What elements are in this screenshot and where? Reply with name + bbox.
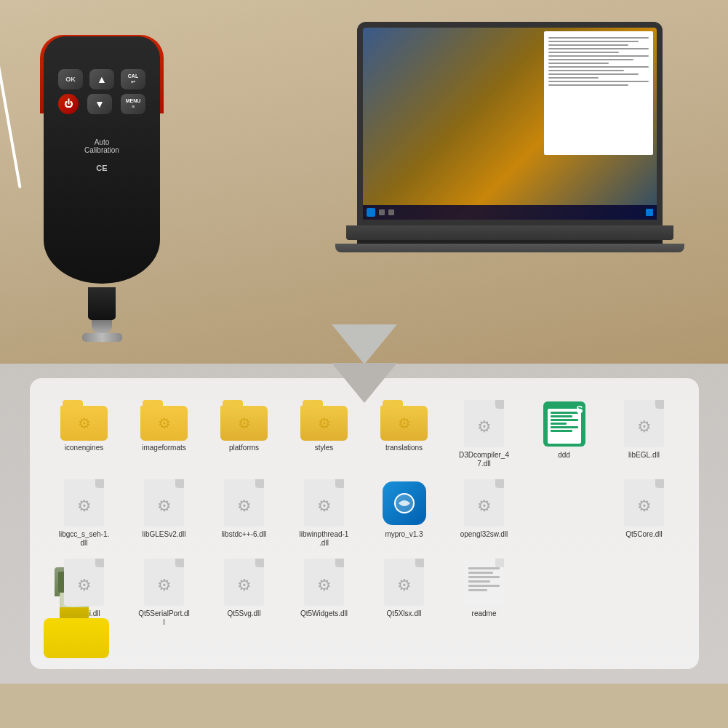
file-browser: ⚙ iconengines ⚙ imageformats ⚙ platforms [30,378,699,669]
folder-icon: ⚙ [220,400,268,440]
cal-button[interactable]: CAL↩ [121,69,145,89]
dll-file-icon: ⚙ [620,400,668,447]
file-label: libgcc_s_seh-1.dll [59,530,109,548]
file-label: Qt5Xlsx.dll [387,609,422,618]
button-row-1: OK ▲ CAL↩ [58,69,145,89]
list-item[interactable]: ⚙ Qt5Widgets.dll [288,559,361,627]
power-button[interactable]: ⏻ [58,94,79,114]
bottom-section: ⚙ iconengines ⚙ imageformats ⚙ platforms [0,364,728,684]
device-probe [76,287,127,342]
list-item[interactable]: ⚙ imageformats [128,400,201,468]
generic-file: ⚙ [224,559,264,606]
generic-file: ⚙ [464,400,504,447]
file-gear-icon: ⚙ [157,576,172,595]
spreadsheet-letter: S [576,404,583,415]
list-item[interactable]: readme [448,559,521,627]
divider-arrow-2 [332,363,397,403]
list-item[interactable]: ⚙ libwinpthread-1.dll [288,479,361,548]
down-button[interactable]: ▼ [87,94,112,114]
file-label: imageformats [142,444,186,452]
dll-file-icon: ⚙ [60,559,108,606]
screen-paper [544,31,653,155]
buttons-area: OK ▲ CAL↩ ⏻ ▼ MENU≡ [58,69,145,119]
list-item[interactable]: S ddd [528,400,601,468]
spreadsheet-icon-body: S [543,401,585,447]
file-label: readme [472,609,497,618]
list-item[interactable]: ⚙ Qt5SerialPort.dll [128,559,201,627]
dll-file-icon: ⚙ [60,479,108,527]
file-label: iconengines [65,444,103,452]
dll-file-icon: ⚙ [620,479,668,527]
file-gear-icon: ⚙ [237,497,252,516]
file-label: Qt5Svg.dll [227,609,260,618]
file-label: libGLESv2.dll [142,530,185,539]
taskbar-icon [367,208,375,217]
laptop-screen [357,22,663,225]
file-gear-icon: ⚙ [477,417,492,436]
list-item[interactable]: ⚙ Qt5Xlsx.dll [368,559,441,627]
list-item[interactable]: ⚙ translations [368,400,441,468]
list-item[interactable]: ⚙ Qt5Core.dll [608,479,681,548]
mypro-icon [383,481,426,525]
file-label: libwinpthread-1.dll [300,530,349,548]
generic-file: ⚙ [304,559,344,606]
usb-body-yellow [44,618,109,658]
device-container: OK ▲ CAL↩ ⏻ ▼ MENU≡ Auto Calibration [22,22,182,327]
menu-button[interactable]: MENU≡ [121,94,145,114]
list-item[interactable]: ⚙ Qt5Svg.dll [208,559,281,627]
file-gear-icon: ⚙ [157,497,172,516]
ce-mark: CE [96,164,107,172]
dll-file-icon: ⚙ [140,479,188,527]
folder-gear-icon: ⚙ [238,415,251,432]
dll-file-icon: ⚙ [220,559,268,606]
device-cable [0,59,22,188]
generic-file: ⚙ [304,479,344,527]
file-label: Qt5Widgets.dll [300,609,348,618]
laptop-container [321,22,699,252]
list-item[interactable]: ⚙ libGLESv2.dll [128,479,201,548]
readme-lines [464,559,504,596]
generic-file: ⚙ [384,559,424,606]
file-gear-icon: ⚙ [77,497,92,516]
generic-file: ⚙ [624,400,664,447]
readme-file-icon [460,559,508,606]
file-label: libstdc++-6.dll [222,530,267,539]
top-section: OK ▲ CAL↩ ⏻ ▼ MENU≡ Auto Calibration [0,0,728,364]
generic-file: ⚙ [64,479,104,527]
file-gear-icon: ⚙ [77,576,92,595]
file-label: ddd [558,451,570,460]
ok-button[interactable]: OK [58,69,83,89]
list-item[interactable]: ⚙ libgcc_s_seh-1.dll [48,479,121,548]
mypro-logo-svg [393,492,416,515]
list-item[interactable]: ⚙ styles [288,400,361,468]
file-gear-icon: ⚙ [637,417,652,436]
file-gear-icon: ⚙ [317,576,332,595]
list-item[interactable]: ⚙ iconengines [48,400,121,468]
dll-file-icon: ⚙ [220,479,268,527]
generic-file: ⚙ [624,479,664,527]
list-item[interactable]: ⚙ libEGL.dll [608,400,681,468]
up-button[interactable]: ▲ [89,69,114,89]
divider-arrow [332,324,397,364]
generic-file: ⚙ [464,479,504,527]
app-file-icon [380,479,428,527]
list-item[interactable]: ⚙ D3Dcompiler_47.dll [448,400,521,468]
screen-paper-lines [544,31,653,94]
dll-file-icon: ⚙ [140,559,188,606]
file-gear-icon: ⚙ [637,497,652,516]
taskbar [363,205,657,220]
file-label: mypro_v1.3 [385,530,423,539]
taskbar-icon2 [379,209,385,215]
list-item[interactable]: ⚙ libstdc++-6.dll [208,479,281,548]
file-label: Qt5Core.dll [625,530,663,539]
auto-cal-label: Auto Calibration [84,138,119,154]
list-item[interactable]: ⚙ opengl32sw.dll [448,479,521,548]
laptop-bottom [335,244,684,252]
list-item[interactable]: mypro_v1.3 [368,479,441,548]
dll-file-icon: ⚙ [300,559,348,606]
button-row-2: ⏻ ▼ MENU≡ [58,94,145,114]
folder-gear-icon: ⚙ [158,415,171,432]
list-item[interactable]: ⚙ platforms [208,400,281,468]
file-label: platforms [229,444,259,452]
dll-file-icon: ⚙ [460,400,508,447]
